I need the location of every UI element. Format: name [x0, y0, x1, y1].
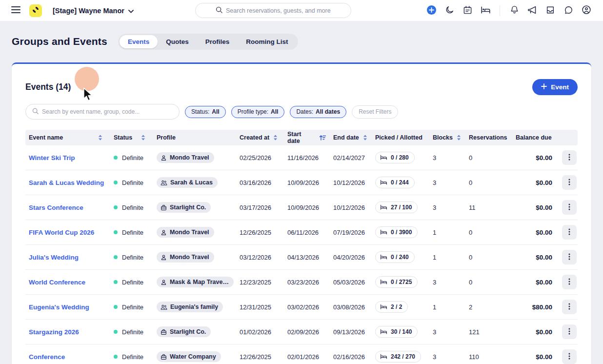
profile-pill[interactable]: Starlight Co.: [157, 326, 211, 337]
profile-pill[interactable]: Starlight Co.: [157, 202, 211, 213]
table-row[interactable]: Stargazing 2026 Definite Starlight Co. 0…: [25, 320, 578, 344]
tab-quotes[interactable]: Quotes: [158, 35, 197, 48]
status-label: Definite: [122, 279, 143, 286]
reset-filters-button[interactable]: Reset Filters: [352, 105, 398, 119]
table-row[interactable]: Stars Conference Definite Starlight Co. …: [25, 195, 578, 220]
column-header-event-name[interactable]: Event name: [25, 134, 110, 141]
reservations-cell: 110: [465, 353, 512, 361]
end-date-cell: 10/12/2026: [330, 204, 372, 211]
profile-pill[interactable]: Mondo Travel: [157, 152, 214, 163]
calendar-button[interactable]: [461, 4, 474, 18]
global-search[interactable]: [195, 3, 351, 18]
bed-icon: [380, 180, 387, 185]
account-user-icon: [582, 5, 591, 16]
dark-mode-toggle[interactable]: [442, 4, 456, 18]
sort-icon[interactable]: [98, 135, 102, 141]
search-icon: [32, 107, 39, 116]
filter-profile-type[interactable]: Profile type: All: [231, 106, 285, 118]
add-event-button[interactable]: Event: [532, 79, 578, 95]
reservations-cell: 0: [465, 279, 512, 286]
picked-allotted-badge: 0 / 280: [375, 152, 415, 163]
balance-due-cell: $0.00: [512, 353, 554, 361]
menu-button[interactable]: [9, 4, 22, 18]
sort-ascending-icon[interactable]: [319, 135, 326, 141]
row-actions-button[interactable]: [562, 175, 577, 190]
filter-status-label: Status:: [191, 108, 209, 115]
profile-pill[interactable]: Eugenia's family: [157, 302, 223, 312]
global-search-input[interactable]: [226, 7, 331, 14]
start-date-cell: 02/01/2026: [284, 353, 330, 361]
start-date-cell: 06/11/2026: [284, 229, 330, 236]
event-search[interactable]: [25, 104, 180, 120]
sort-icon[interactable]: [273, 135, 278, 141]
picked-allotted-value: 0 / 3900: [391, 229, 412, 236]
chat-button[interactable]: [562, 4, 575, 18]
account-button[interactable]: [580, 4, 593, 18]
inbox-button[interactable]: [543, 4, 557, 18]
event-name-link[interactable]: World Conference: [29, 279, 85, 286]
profile-pill[interactable]: Mondo Travel: [157, 227, 214, 238]
table-row[interactable]: FIFA World Cup 2026 Definite Mondo Trave…: [25, 220, 578, 245]
event-name-link[interactable]: Conference: [29, 353, 65, 361]
property-selector[interactable]: [Stage] Wayne Manor: [53, 7, 134, 15]
column-header-end-date[interactable]: End date: [330, 134, 372, 141]
table-row[interactable]: Conference Definite Water Company 12/26/…: [25, 344, 578, 364]
column-header-start-date[interactable]: Start date: [284, 131, 330, 144]
row-actions-button[interactable]: [562, 349, 577, 364]
sort-icon[interactable]: [363, 135, 367, 141]
events-count-heading: Events (14): [25, 82, 71, 92]
row-actions-button[interactable]: [562, 250, 577, 264]
event-name-link[interactable]: Stargazing 2026: [29, 328, 79, 336]
event-name-link[interactable]: Julia's Wedding: [29, 254, 79, 261]
row-actions-button[interactable]: [562, 225, 577, 240]
reservations-cell: 121: [465, 328, 512, 336]
row-actions-button[interactable]: [562, 150, 577, 165]
column-header-blocks[interactable]: Blocks: [429, 134, 465, 141]
kebab-menu-icon: [568, 278, 570, 286]
row-actions-button[interactable]: [562, 275, 577, 289]
row-actions-button[interactable]: [562, 200, 577, 215]
brand-logo[interactable]: [29, 4, 42, 17]
bell-icon: [510, 5, 519, 16]
table-row[interactable]: Eugenia's Wedding Definite Eugenia's fam…: [25, 295, 578, 320]
reservations-button[interactable]: [479, 4, 492, 18]
table-row[interactable]: Julia's Wedding Definite Mondo Travel 03…: [25, 245, 578, 270]
tab-events[interactable]: Events: [120, 35, 158, 48]
event-name-link[interactable]: Stars Conference: [29, 204, 83, 211]
table-row[interactable]: World Conference Definite Mask & Map Tra…: [25, 270, 578, 295]
profile-pill[interactable]: Mondo Travel: [157, 252, 214, 263]
row-actions-button[interactable]: [562, 300, 577, 314]
tab-profiles[interactable]: Profiles: [197, 35, 238, 48]
event-name-link[interactable]: Sarah & Lucas Wedding: [29, 179, 104, 186]
blocks-cell: 3: [429, 204, 465, 211]
row-actions-button[interactable]: [562, 324, 577, 339]
column-header-created-at[interactable]: Created at: [236, 134, 284, 141]
profile-pill[interactable]: Water Company: [157, 351, 221, 362]
filter-profile-type-label: Profile type:: [238, 108, 268, 115]
table-row[interactable]: Sarah & Lucas Wedding Definite Sarah & L…: [25, 170, 578, 195]
event-name-link[interactable]: Winter Ski Trip: [29, 154, 75, 162]
filter-dates[interactable]: Dates: All dates: [290, 106, 346, 118]
column-header-status[interactable]: Status: [110, 134, 153, 141]
profile-name: Water Company: [170, 353, 216, 360]
status-label: Definite: [122, 204, 143, 211]
notifications-button[interactable]: [507, 4, 521, 18]
status-label: Definite: [122, 179, 143, 186]
sort-icon[interactable]: [141, 135, 145, 141]
event-search-input[interactable]: [42, 108, 173, 115]
section-tabs: Events Quotes Profiles Rooming List: [118, 34, 298, 50]
blocks-cell: 3: [429, 279, 465, 286]
picked-allotted-badge: 0 / 244: [375, 177, 415, 188]
table-row[interactable]: Winter Ski Trip Definite Mondo Travel 02…: [25, 145, 578, 170]
hamburger-icon: [11, 6, 20, 15]
reservations-cell: 0: [465, 154, 512, 162]
event-name-link[interactable]: Eugenia's Wedding: [29, 303, 89, 311]
sort-icon[interactable]: [457, 135, 461, 141]
tab-rooming-list[interactable]: Rooming List: [238, 35, 296, 48]
filter-status[interactable]: Status: All: [185, 106, 226, 118]
event-name-link[interactable]: FIFA World Cup 2026: [29, 229, 94, 236]
announcements-button[interactable]: [525, 4, 539, 18]
profile-pill[interactable]: Mask & Map Travel...: [157, 277, 234, 287]
profile-pill[interactable]: Sarah & Lucas: [157, 177, 218, 188]
create-button[interactable]: [424, 4, 438, 18]
